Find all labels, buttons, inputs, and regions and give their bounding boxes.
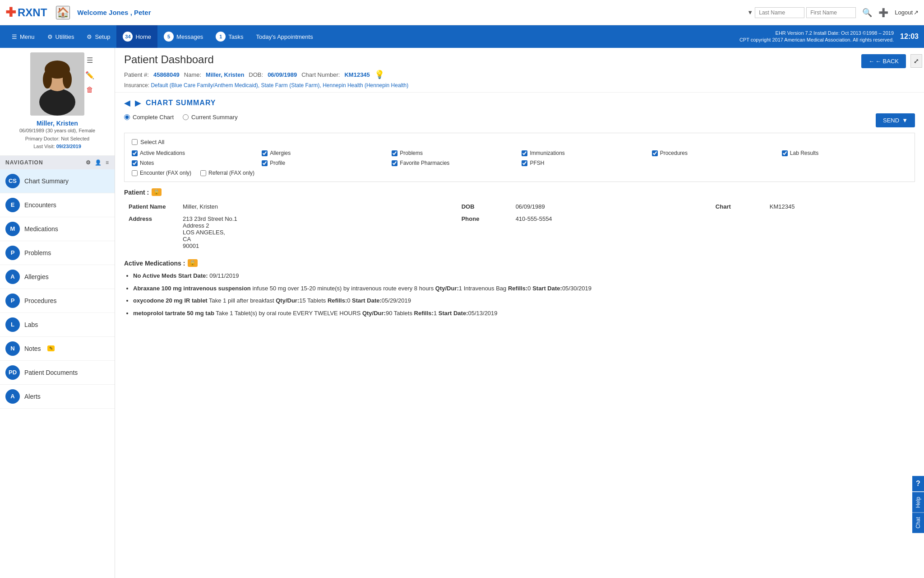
nav-circle-p1: P (5, 246, 20, 260)
patient-info-row: Patient #: 45868049 Name: Miller, Kriste… (124, 70, 915, 79)
current-summary-option[interactable]: Current Summary (183, 114, 238, 121)
checkbox-lab-results: Lab Results (782, 150, 907, 156)
fav-pharmacies-checkbox[interactable] (392, 160, 397, 166)
chart-summary-section: ◀ ▶ CHART SUMMARY Complete Chart Current… (115, 93, 924, 330)
nav-header-icons: ⚙ 👤 ≡ (86, 159, 109, 166)
search-name-inputs: ▼ (747, 7, 856, 18)
medication-list: No Active Meds Start Date: 09/11/2019 Ab… (124, 271, 915, 317)
nav-label-p1: Problems (24, 249, 51, 256)
dob-value: 06/09/1989 (511, 200, 711, 213)
send-row: Complete Chart Current Summary SEND ▼ (124, 113, 915, 127)
nav-circle-l: L (5, 317, 20, 332)
checkbox-notes: Notes (132, 160, 257, 166)
nav-menu-item-cs[interactable]: CS Chart Summary (0, 169, 115, 193)
first-name-input[interactable] (806, 7, 856, 18)
current-summary-radio[interactable] (183, 114, 189, 120)
search-icon[interactable]: 🔍 (862, 8, 872, 18)
nav-next-arrow[interactable]: ▶ (135, 98, 141, 108)
nav-menu-item-l[interactable]: L Labs (0, 313, 115, 337)
dob-label: DOB (457, 200, 511, 213)
checkbox-active-meds: Active Medications (132, 150, 257, 156)
complete-chart-radio[interactable] (124, 114, 130, 120)
tasks-nav-item[interactable]: 1 Tasks (209, 25, 249, 48)
messages-badge: 5 (164, 32, 174, 42)
immunizations-checkbox[interactable] (522, 150, 527, 156)
active-meds-checkbox[interactable] (132, 150, 138, 156)
back-arrow-icon: ← (869, 58, 874, 65)
logo-area: ✚ RXNT (5, 5, 47, 20)
select-all-checkbox[interactable] (132, 139, 138, 145)
nav-menu-item-e[interactable]: E Encounters (0, 193, 115, 217)
edit-icon-button[interactable]: ✏️ (83, 69, 96, 81)
allergies-checkbox[interactable] (262, 150, 268, 156)
patient-name-value: Miller, Kristen (178, 200, 457, 213)
phone-label: Phone (457, 213, 511, 252)
help-tab[interactable]: Help (912, 492, 924, 513)
med-name-abraxane: Abraxane 100 mg intravenous suspension (133, 285, 251, 292)
checkbox-pfsh: PFSH (522, 160, 647, 166)
gear-icon[interactable]: ⚙ (86, 159, 91, 166)
nav-label-a1: Allergies (24, 273, 49, 280)
nav-menu-item-p2[interactable]: P Procedures (0, 289, 115, 313)
list-item: oxycodone 20 mg IR tablet Take 1 pill af… (133, 296, 915, 305)
person-icon[interactable]: 👤 (95, 159, 102, 166)
utilities-nav-item[interactable]: ⚙ Utilities (41, 25, 81, 48)
delete-icon-button[interactable]: 🗑 (83, 84, 96, 96)
setup-nav-item[interactable]: ⚙ Setup (80, 25, 116, 48)
address-label: Address (124, 213, 178, 252)
svg-point-1 (39, 89, 75, 116)
nav-label-p2: Procedures (24, 297, 57, 304)
encounter-fax-checkbox[interactable] (132, 170, 138, 176)
nav-menu-item-p1[interactable]: P Problems (0, 241, 115, 265)
dashboard-header: Patient Dashboard Patient #: 45868049 Na… (115, 48, 924, 93)
problems-checkbox[interactable] (392, 150, 397, 156)
help-question-icon[interactable]: ? (912, 476, 924, 492)
profile-checkbox[interactable] (262, 160, 268, 166)
messages-nav-item[interactable]: 5 Messages (157, 25, 209, 48)
svg-point-4 (43, 70, 52, 89)
home-nav-item[interactable]: 34 Home (116, 25, 157, 48)
add-icon[interactable]: ➕ (878, 8, 888, 18)
checkbox-allergies: Allergies (262, 150, 387, 156)
nav-menu-item-a2[interactable]: A Alerts (0, 385, 115, 409)
patient-name-sidebar: Miller, Kristen (5, 120, 110, 127)
back-button[interactable]: ← ← BACK (861, 54, 906, 68)
list-icon[interactable]: ≡ (106, 159, 109, 166)
send-button[interactable]: SEND ▼ (876, 113, 915, 127)
nav-label-cs: Chart Summary (24, 177, 69, 185)
last-name-input[interactable] (755, 7, 804, 18)
nav-circle-e: E (5, 198, 20, 212)
nav-menu-item-a1[interactable]: A Allergies (0, 265, 115, 289)
checkbox-extra-row: Encounter (FAX only) Referral (FAX only) (132, 170, 907, 176)
lightbulb-icon[interactable]: 💡 (374, 70, 384, 79)
home-icon-button[interactable]: 🏠 (56, 6, 70, 19)
menu-nav-item[interactable]: ☰ Menu (5, 25, 41, 48)
lab-results-checkbox[interactable] (782, 150, 788, 156)
nav-menu-item-pd[interactable]: PD Patient Documents (0, 361, 115, 385)
expand-icon-button[interactable]: ⤢ (910, 54, 922, 68)
logout-button[interactable]: Logout ↗ (895, 9, 919, 16)
main-layout: ☰ ✏️ 🗑 Miller, Kristen 06/09/1989 (30 ye… (0, 48, 924, 578)
medications-lock-icon[interactable]: 🔒 (188, 259, 198, 267)
nav-menu-item-m[interactable]: M Medications (0, 217, 115, 241)
procedures-checkbox[interactable] (652, 150, 658, 156)
nav-bar: ☰ Menu ⚙ Utilities ⚙ Setup 34 Home 5 Mes… (0, 25, 924, 48)
nav-circle-m: M (5, 222, 20, 236)
list-icon-button[interactable]: ☰ (83, 54, 96, 66)
nav-circle-p2: P (5, 294, 20, 308)
list-item: Abraxane 100 mg intravenous suspension i… (133, 284, 915, 293)
patient-lock-icon[interactable]: 🔒 (152, 188, 162, 196)
referral-fax-checkbox[interactable] (200, 170, 206, 176)
chat-tab[interactable]: Chat (912, 513, 924, 533)
nav-prev-arrow[interactable]: ◀ (124, 98, 130, 108)
nav-menu-item-n[interactable]: N Notes ✎ (0, 337, 115, 361)
complete-chart-option[interactable]: Complete Chart (124, 114, 174, 121)
checkbox-referral-fax: Referral (FAX only) (200, 170, 254, 176)
appointments-nav-item[interactable]: Today's Appointments (250, 25, 319, 48)
nav-label-m: Medications (24, 225, 58, 233)
phone-value: 410-555-5554 (511, 213, 711, 252)
chart-nav: ◀ ▶ CHART SUMMARY (124, 98, 915, 108)
pfsh-checkbox[interactable] (522, 160, 527, 166)
nav-label-a2: Alerts (24, 393, 41, 400)
notes-checkbox[interactable] (132, 160, 138, 166)
